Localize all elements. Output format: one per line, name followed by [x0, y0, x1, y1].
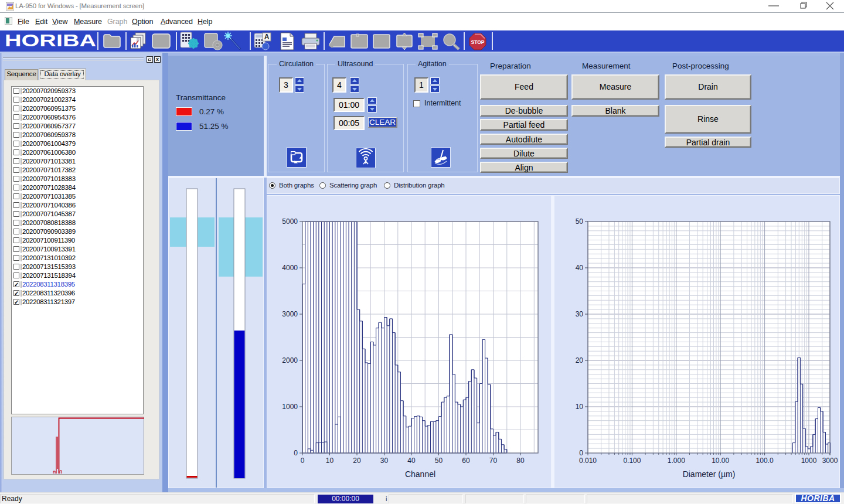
svg-text:Channel: Channel — [405, 469, 435, 479]
svg-text:30: 30 — [380, 457, 389, 465]
svg-text:0.100: 0.100 — [623, 457, 641, 465]
svg-text:80: 80 — [516, 457, 525, 465]
svg-text:0: 0 — [301, 457, 305, 465]
svg-text:10: 10 — [326, 457, 334, 465]
svg-text:STOP: STOP — [471, 39, 485, 45]
svg-text:0: 0 — [294, 449, 298, 457]
svg-text:70: 70 — [489, 457, 498, 465]
svg-text:20: 20 — [353, 457, 361, 465]
svg-text:0.010: 0.010 — [579, 457, 597, 465]
svg-text:1000: 1000 — [282, 403, 298, 411]
svg-text:40: 40 — [407, 457, 416, 465]
svg-text:40: 40 — [576, 264, 584, 272]
svg-text:1000: 1000 — [801, 457, 817, 465]
svg-text:60: 60 — [462, 457, 470, 465]
svg-text:2000: 2000 — [282, 356, 298, 365]
svg-text:4000: 4000 — [282, 264, 298, 272]
svg-text:50: 50 — [435, 457, 443, 465]
svg-text:100.0: 100.0 — [756, 457, 774, 465]
svg-text:10.00: 10.00 — [712, 457, 729, 465]
svg-text:1.000: 1.000 — [668, 457, 685, 465]
svg-text:Diameter (µm): Diameter (µm) — [683, 469, 736, 479]
svg-text:20: 20 — [576, 356, 584, 365]
svg-text:3000: 3000 — [822, 457, 838, 465]
svg-text:5000: 5000 — [282, 217, 298, 226]
svg-text:3000: 3000 — [282, 310, 298, 318]
svg-text:A: A — [264, 33, 270, 41]
svg-text:0: 0 — [579, 449, 583, 457]
svg-text:50: 50 — [576, 217, 584, 226]
svg-text:10: 10 — [576, 403, 584, 411]
svg-text:30: 30 — [576, 310, 584, 318]
